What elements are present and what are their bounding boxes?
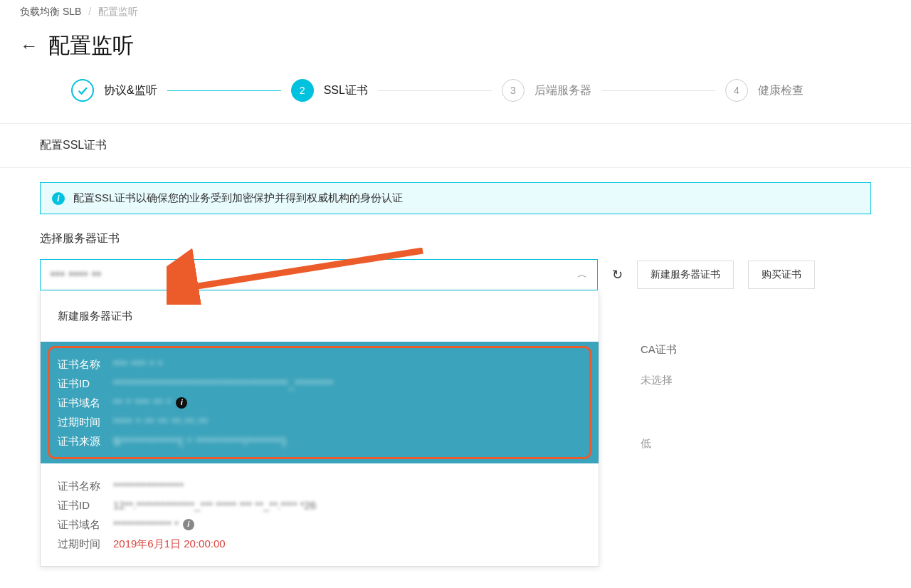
opt-label-id: 证书ID bbox=[58, 374, 113, 393]
breadcrumb-root[interactable]: 负载均衡 SLB bbox=[20, 6, 81, 17]
breadcrumb-separator: / bbox=[88, 6, 91, 17]
cert-dropdown: 新建服务器证书 证书名称*** *** * * 证书ID************… bbox=[40, 291, 599, 567]
page-title: 配置监听 bbox=[48, 31, 134, 61]
step-label: 健康检查 bbox=[758, 83, 804, 98]
info-icon: i bbox=[52, 192, 65, 205]
opt-label-source: 证书来源 bbox=[58, 431, 113, 451]
step-ssl[interactable]: 2 SSL证书 bbox=[291, 79, 368, 102]
panel-header: 配置SSL证书 bbox=[0, 124, 911, 168]
page-title-row: ← 配置监听 bbox=[0, 24, 911, 75]
cert-select[interactable]: *** **** ** ︿ 新建服务器证书 证书名称*** *** * * 证书… bbox=[40, 259, 598, 290]
step-label: SSL证书 bbox=[324, 83, 368, 98]
right-info-panel: CA证书 未选择 低 bbox=[612, 343, 911, 451]
ca-cert-value: 未选择 bbox=[641, 374, 911, 387]
breadcrumb: 负载均衡 SLB / 配置监听 bbox=[0, 0, 911, 24]
opt-label-name: 证书名称 bbox=[58, 476, 113, 495]
opt-source: S************( * **********/*******) bbox=[113, 431, 287, 451]
opt-label-expire: 过期时间 bbox=[58, 412, 113, 431]
step-number-icon: 2 bbox=[291, 79, 314, 102]
opt-id: ************************************_***… bbox=[113, 374, 334, 393]
select-cert-label: 选择服务器证书 bbox=[40, 231, 871, 246]
dropdown-new-cert[interactable]: 新建服务器证书 bbox=[41, 291, 599, 342]
step-connector bbox=[167, 90, 281, 91]
refresh-icon[interactable]: ↻ bbox=[612, 267, 623, 283]
cert-option[interactable]: 证书名称***************** 证书ID12**.*********… bbox=[41, 463, 599, 566]
chevron-up-icon: ︿ bbox=[577, 268, 587, 281]
low-label: 低 bbox=[641, 437, 911, 451]
cert-option-selected[interactable]: 证书名称*** *** * * 证书ID********************… bbox=[41, 342, 599, 463]
step-label: 协议&监听 bbox=[104, 83, 157, 98]
opt-label-domain: 证书域名 bbox=[58, 393, 113, 412]
step-label: 后端服务器 bbox=[535, 83, 591, 98]
opt-label-expire: 过期时间 bbox=[58, 534, 113, 553]
opt-label-id: 证书ID bbox=[58, 495, 113, 515]
create-cert-button[interactable]: 新建服务器证书 bbox=[637, 261, 734, 289]
opt-expire: 2019年6月1日 20:00:00 bbox=[113, 534, 226, 553]
info-icon: i bbox=[183, 519, 194, 530]
cert-select-value: *** **** ** bbox=[51, 269, 102, 281]
buy-cert-button[interactable]: 购买证书 bbox=[748, 261, 815, 289]
ssl-config-panel: 配置SSL证书 i 配置SSL证书以确保您的业务受到加密保护并得到权威机构的身份… bbox=[0, 123, 911, 290]
step-backend[interactable]: 3 后端服务器 bbox=[502, 79, 591, 102]
step-healthcheck[interactable]: 4 健康检查 bbox=[725, 79, 804, 102]
cert-select-row: *** **** ** ︿ 新建服务器证书 证书名称*** *** * * 证书… bbox=[40, 259, 871, 290]
opt-domain: ************** * bbox=[113, 515, 179, 534]
step-number-icon: 3 bbox=[502, 79, 525, 102]
step-number-icon: 4 bbox=[725, 79, 748, 102]
panel-body: i 配置SSL证书以确保您的业务受到加密保护并得到权威机构的身份认证 选择服务器… bbox=[0, 168, 911, 290]
opt-name: ***************** bbox=[113, 476, 184, 495]
breadcrumb-current: 配置监听 bbox=[98, 6, 138, 17]
ca-cert-label: CA证书 bbox=[641, 343, 911, 357]
back-arrow-icon[interactable]: ← bbox=[20, 35, 38, 57]
wizard-steps: 协议&监听 2 SSL证书 3 后端服务器 4 健康检查 bbox=[0, 75, 911, 123]
info-icon: i bbox=[176, 397, 187, 409]
opt-expire: **** * ** ** **.**.** bbox=[113, 412, 209, 431]
opt-name: *** *** * * bbox=[113, 355, 163, 374]
opt-id: 12**.**************_*** ***** *** **_**.… bbox=[113, 495, 316, 515]
step-connector bbox=[601, 90, 715, 91]
opt-label-domain: 证书域名 bbox=[58, 515, 113, 534]
step-connector bbox=[378, 90, 492, 91]
opt-label-name: 证书名称 bbox=[58, 355, 113, 374]
info-alert: i 配置SSL证书以确保您的业务受到加密保护并得到权威机构的身份认证 bbox=[40, 182, 871, 214]
step-protocol[interactable]: 协议&监听 bbox=[71, 79, 157, 102]
opt-domain: ** * *** ** * bbox=[113, 393, 172, 412]
check-icon bbox=[71, 79, 94, 102]
alert-text: 配置SSL证书以确保您的业务受到加密保护并得到权威机构的身份认证 bbox=[73, 191, 403, 205]
